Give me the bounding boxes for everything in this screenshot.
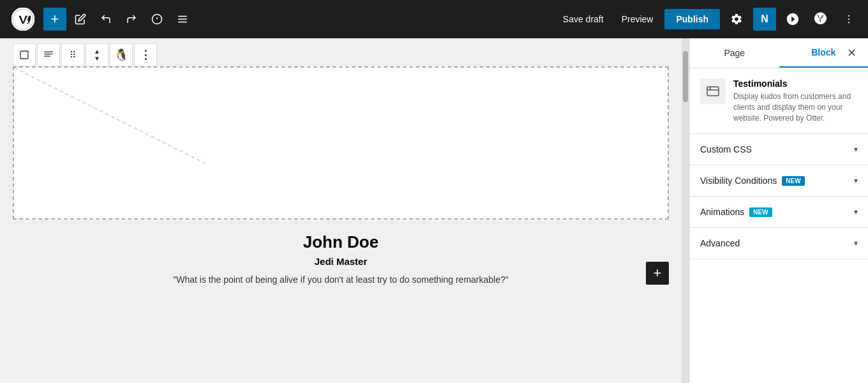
block-move-button[interactable]: ▲▼: [86, 43, 108, 66]
svg-rect-13: [44, 56, 50, 56]
undo-button[interactable]: [94, 8, 117, 31]
accordion-custom-css-header[interactable]: Custom CSS ▾: [690, 134, 868, 165]
wp-logo[interactable]: [8, 0, 38, 38]
svg-point-8: [848, 19, 849, 20]
block-title: Testimonials: [733, 79, 858, 89]
top-toolbar: + Save draft: [0, 0, 868, 38]
accordion-advanced: Advanced ▾: [690, 228, 868, 259]
preview-button[interactable]: Preview: [615, 10, 660, 28]
publish-button[interactable]: Publish: [664, 9, 720, 29]
scrollbar-thumb[interactable]: [683, 51, 688, 102]
save-draft-button[interactable]: Save draft: [557, 10, 610, 28]
list-view-button[interactable]: [171, 8, 194, 31]
animations-new-badge: NEW: [749, 207, 772, 217]
block-placeholder-diagonal: [14, 68, 206, 163]
more-options-button[interactable]: [837, 8, 860, 31]
accordion-animations-header[interactable]: Animations NEW ▾: [690, 197, 868, 227]
svg-rect-15: [707, 87, 719, 96]
sidebar-tabs: Page Block ✕: [690, 38, 868, 68]
block-page-icon-button[interactable]: [13, 43, 36, 66]
svg-point-7: [848, 15, 849, 17]
svg-line-14: [14, 68, 206, 163]
block-info: Testimonials Display kudos from customer…: [690, 68, 868, 134]
edit-button[interactable]: [69, 8, 92, 31]
redo-button[interactable]: [120, 8, 143, 31]
sidebar: Page Block ✕ Testimonials Display kudos …: [689, 38, 868, 383]
close-sidebar-button[interactable]: ✕: [840, 41, 863, 64]
animations-chevron: ▾: [854, 207, 858, 216]
editor-area: ⠿ ▲▼ 🐧 ⋮ John Doe Jedi Master "What is t…: [0, 38, 682, 383]
animations-label: Animations: [700, 207, 744, 217]
info-button[interactable]: [146, 8, 168, 31]
block-paragraph-button[interactable]: [37, 43, 60, 66]
svg-rect-10: [20, 51, 28, 59]
svg-rect-12: [44, 54, 52, 54]
svg-point-9: [848, 22, 849, 23]
advanced-label: Advanced: [700, 238, 740, 248]
accordion-animations: Animations NEW ▾: [690, 197, 868, 228]
user-avatar-button[interactable]: [781, 8, 804, 31]
accordion-visibility-conditions: Visibility Conditions NEW ▾: [690, 165, 868, 197]
add-block-button[interactable]: +: [43, 8, 66, 31]
svg-rect-11: [44, 52, 52, 52]
block-info-text: Testimonials Display kudos from customer…: [733, 79, 858, 123]
custom-css-label: Custom CSS: [700, 144, 752, 154]
block-info-icon: [700, 79, 726, 104]
advanced-chevron: ▾: [854, 239, 858, 248]
testimonial-block: [13, 66, 669, 220]
block-penguin-button[interactable]: 🐧: [110, 43, 133, 66]
accordion-advanced-header[interactable]: Advanced ▾: [690, 228, 868, 259]
visibility-label: Visibility Conditions: [700, 176, 777, 186]
main-area: ⠿ ▲▼ 🐧 ⋮ John Doe Jedi Master "What is t…: [0, 38, 868, 383]
accordion-custom-css: Custom CSS ▾: [690, 134, 868, 165]
yoast-icon-button[interactable]: 🅨: [809, 8, 832, 31]
editor-scrollbar[interactable]: [682, 38, 689, 383]
visibility-chevron: ▾: [854, 176, 858, 185]
tab-page[interactable]: Page: [690, 38, 779, 68]
testimonial-name: John Doe: [13, 232, 669, 252]
testimonial-role: Jedi Master: [13, 256, 669, 267]
custom-css-chevron: ▾: [854, 145, 858, 154]
add-block-floating-button[interactable]: +: [646, 262, 669, 285]
block-description: Display kudos from customers and clients…: [733, 91, 858, 123]
otter-plugin-icon[interactable]: N: [753, 8, 776, 31]
accordion-visibility-header[interactable]: Visibility Conditions NEW ▾: [690, 165, 868, 196]
settings-button[interactable]: [725, 8, 748, 31]
block-more-button[interactable]: ⋮: [134, 43, 157, 66]
block-drag-handle[interactable]: ⠿: [61, 43, 84, 66]
visibility-new-badge: NEW: [782, 176, 804, 186]
testimonial-quote: "What is the point of being alive if you…: [13, 274, 669, 285]
toolbar-right: Save draft Preview Publish N 🅨: [557, 8, 860, 31]
